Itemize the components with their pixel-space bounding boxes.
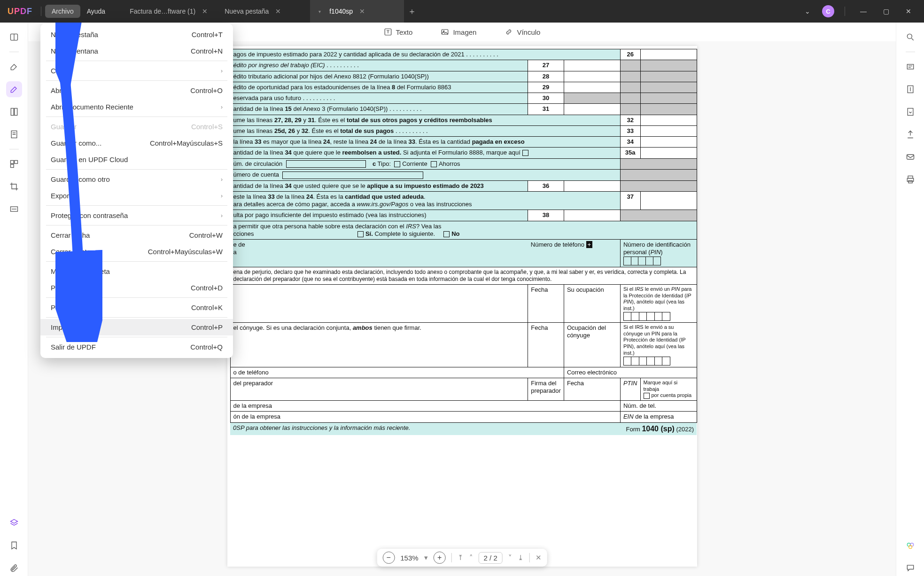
close-button[interactable]: ✕ xyxy=(901,4,916,18)
menu-help[interactable]: Ayuda xyxy=(80,5,112,18)
comment-icon[interactable] xyxy=(902,560,918,576)
menu-preferences[interactable]: Preferencias...Control+K xyxy=(40,299,233,316)
redact-icon[interactable] xyxy=(6,201,22,217)
separator xyxy=(46,297,227,298)
separator xyxy=(529,553,530,562)
svg-rect-4 xyxy=(10,161,14,164)
menu-new-window[interactable]: Nueva ventanaControl+N xyxy=(40,43,233,59)
menu-reveal[interactable]: Mostrar en carpeta xyxy=(40,263,233,280)
tab-label: Nueva pestaña xyxy=(225,8,269,15)
print-icon[interactable] xyxy=(902,171,918,187)
svg-rect-12 xyxy=(907,64,913,69)
chevron-down-icon[interactable]: ⌄ xyxy=(800,4,815,18)
svg-rect-2 xyxy=(14,109,17,116)
menu-save-as[interactable]: Guardar como...Control+Mayúsculas+S xyxy=(40,135,233,151)
menu-quit[interactable]: Salir de UPDFControl+Q xyxy=(40,339,233,355)
new-tab-button[interactable]: ＋ xyxy=(404,3,420,19)
zoom-in-button[interactable]: + xyxy=(434,552,446,564)
prev-page-icon[interactable]: ˄ xyxy=(469,553,473,562)
svg-rect-18 xyxy=(908,181,912,183)
attachment-icon[interactable] xyxy=(6,560,22,576)
separator xyxy=(46,61,227,61)
tool-label: Vínculo xyxy=(517,28,540,36)
chevron-right-icon: › xyxy=(221,104,223,110)
pdf-page: agos de impuesto estimado para 2022 y ca… xyxy=(227,46,697,567)
separator xyxy=(906,52,915,52)
share-icon[interactable] xyxy=(902,126,918,142)
menu-save-other[interactable]: Guardar como otro› xyxy=(40,171,233,187)
menu-close-window[interactable]: Cerrar VentanaControl+Mayúsculas+W xyxy=(40,243,233,260)
tab-label: f1040sp xyxy=(329,8,353,15)
compress-icon[interactable] xyxy=(902,81,918,97)
organize-icon[interactable] xyxy=(6,156,22,172)
zoom-bar: − 153%▾ + ⤒ ˄ 2 / 2 ˅ ⤓ ✕ xyxy=(377,549,547,567)
menu-new-tab[interactable]: Nueva pestañaControl+T xyxy=(40,26,233,43)
separator xyxy=(46,169,227,170)
page-indicator[interactable]: 2 / 2 xyxy=(479,552,503,564)
next-page-icon[interactable]: ˅ xyxy=(508,553,512,562)
separator xyxy=(9,149,19,149)
menu-protect[interactable]: Proteger con contraseña› xyxy=(40,207,233,224)
tab-1[interactable]: Factura de…ftware (1) ✕ xyxy=(121,0,216,23)
email-icon[interactable] xyxy=(902,149,918,165)
bookmark-icon[interactable] xyxy=(6,537,22,553)
separator xyxy=(46,225,227,226)
menu-close-tab[interactable]: Cerrar FichaControl+W xyxy=(40,227,233,243)
zoom-level[interactable]: 153% xyxy=(400,554,418,562)
menu-properties[interactable]: Propiedades...Control+D xyxy=(40,280,233,296)
menu-save[interactable]: GuardarControl+S xyxy=(40,118,233,135)
tool-image[interactable]: Imagen xyxy=(441,28,476,36)
menu-print[interactable]: Imprimir...Control+P xyxy=(40,319,233,335)
pages-icon[interactable] xyxy=(6,104,22,120)
svg-rect-16 xyxy=(908,176,913,179)
minimize-button[interactable]: — xyxy=(855,4,871,18)
menu-file[interactable]: Archivo xyxy=(45,5,80,18)
separator xyxy=(46,317,227,318)
menu-open-recent[interactable]: Abrir Documento Reciente› xyxy=(40,99,233,115)
convert-icon[interactable] xyxy=(902,104,918,120)
tab-2[interactable]: Nueva pestaña ✕ xyxy=(216,0,310,23)
maximize-button[interactable]: ▢ xyxy=(878,4,894,18)
chevron-right-icon: › xyxy=(221,68,223,74)
menu-save-cloud[interactable]: Guardar en UPDF Cloud xyxy=(40,151,233,168)
edit-icon[interactable] xyxy=(6,81,22,97)
form-icon[interactable] xyxy=(6,126,22,142)
ocr-icon[interactable] xyxy=(902,59,918,75)
menu-open[interactable]: AbrirControl+O xyxy=(40,82,233,99)
separator xyxy=(9,52,19,52)
close-icon[interactable]: ✕ xyxy=(275,8,281,15)
menu-create[interactable]: Crear› xyxy=(40,62,233,79)
last-page-icon[interactable]: ⤓ xyxy=(518,553,524,562)
reader-icon[interactable] xyxy=(6,29,22,45)
menu-export[interactable]: Exportar› xyxy=(40,187,233,204)
separator xyxy=(46,261,227,262)
separator xyxy=(41,7,41,16)
form-table: agos de impuesto estimado para 2022 y ca… xyxy=(230,49,697,435)
svg-rect-15 xyxy=(907,155,914,159)
separator xyxy=(451,553,452,562)
window-controls: ⌄ C — ▢ ✕ xyxy=(795,4,921,18)
close-icon[interactable]: ✕ xyxy=(359,8,365,15)
tab-3[interactable]: ▾ f1040sp ✕ xyxy=(310,0,404,23)
close-icon[interactable]: ✕ xyxy=(202,8,208,15)
close-icon[interactable]: ✕ xyxy=(536,553,542,562)
tool-text[interactable]: Texto xyxy=(384,28,413,36)
svg-point-21 xyxy=(908,545,912,549)
separator xyxy=(46,117,227,117)
svg-rect-14 xyxy=(908,109,913,116)
title-bar: UPDF Archivo Ayuda Factura de…ftware (1)… xyxy=(0,0,924,23)
first-page-icon[interactable]: ⤒ xyxy=(458,553,464,562)
ai-icon[interactable] xyxy=(902,537,918,553)
chevron-down-icon[interactable]: ▾ xyxy=(318,9,321,14)
layers-icon[interactable] xyxy=(6,515,22,531)
crop-icon[interactable] xyxy=(6,179,22,195)
zoom-out-button[interactable]: − xyxy=(382,552,395,564)
avatar[interactable]: C xyxy=(822,5,834,17)
search-icon[interactable] xyxy=(902,29,918,45)
separator xyxy=(46,80,227,81)
svg-rect-5 xyxy=(14,161,17,164)
separator xyxy=(46,205,227,206)
tool-link[interactable]: Vínculo xyxy=(505,28,540,36)
highlight-icon[interactable] xyxy=(6,59,22,75)
svg-point-11 xyxy=(907,34,912,39)
